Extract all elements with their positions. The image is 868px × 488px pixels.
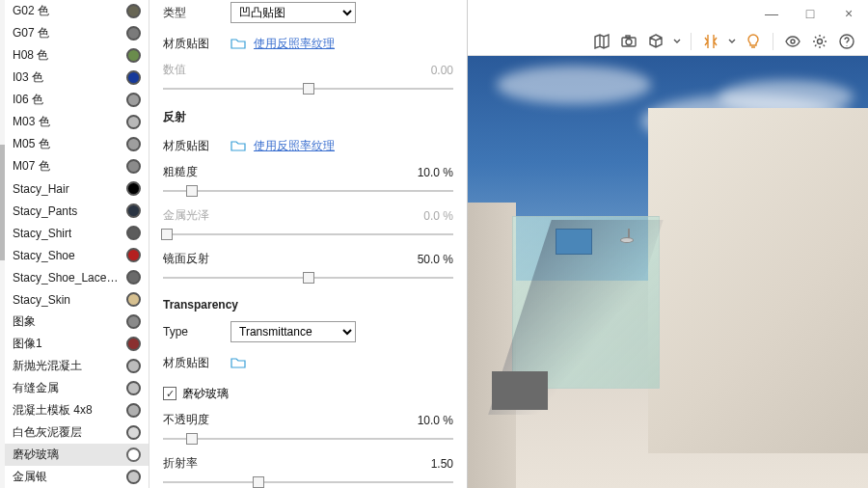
material-row[interactable]: Stacy_Shoe_Laces_S... — [5, 266, 149, 288]
trans-texture-label: 材质贴图 — [163, 355, 231, 371]
material-label: 图像1 — [13, 336, 42, 352]
material-row[interactable]: Stacy_Skin — [5, 288, 149, 311]
frosted-checkbox[interactable] — [163, 387, 176, 400]
slider-thumb[interactable] — [253, 476, 264, 488]
camera-icon[interactable] — [617, 30, 640, 53]
slider-thumb[interactable] — [186, 185, 198, 197]
opacity-slider[interactable]: 不透明度10.0 % — [163, 412, 453, 446]
material-swatch — [126, 93, 141, 107]
material-row[interactable]: 白色灰泥覆层 — [5, 421, 149, 444]
slider-track[interactable] — [163, 184, 453, 198]
help-icon[interactable] — [835, 30, 858, 53]
metallic-slider[interactable]: 金属光泽0.0 % — [163, 207, 453, 241]
slider-track[interactable] — [163, 271, 453, 285]
material-list[interactable]: G02 色G07 色H08 色I03 色I06 色M03 色M05 色M07 色… — [0, 0, 149, 488]
value-slider-value: 0.00 — [431, 64, 453, 77]
slider-thumb[interactable] — [186, 433, 198, 445]
slider-track[interactable] — [163, 82, 453, 95]
texture-row: 材质贴图 使用反照率纹理 — [163, 31, 453, 56]
reflection-texture-link[interactable]: 使用反照率纹理 — [254, 138, 335, 154]
roughness-slider[interactable]: 粗糙度10.0 % — [163, 164, 453, 198]
type-label: 类型 — [163, 5, 231, 21]
slider-thumb[interactable] — [303, 272, 314, 284]
minimize-button[interactable]: — — [752, 0, 791, 27]
chevron-down-icon[interactable] — [726, 30, 738, 53]
map-icon[interactable] — [590, 30, 613, 53]
metallic-value: 0.0 % — [423, 209, 453, 223]
folder-icon[interactable] — [231, 140, 246, 152]
scrollbar-thumb[interactable] — [0, 145, 5, 260]
material-row[interactable]: 新抛光混凝土 — [5, 355, 149, 377]
svg-point-4 — [818, 39, 823, 43]
frosted-checkbox-row[interactable]: 磨砂玻璃 — [163, 381, 453, 406]
material-label: 图象 — [13, 313, 36, 330]
value-slider[interactable]: 数值 0.00 — [163, 62, 453, 95]
maximize-button[interactable]: □ — [791, 0, 829, 27]
ior-slider[interactable]: 折射率1.50 — [163, 455, 453, 488]
slider-track[interactable] — [163, 432, 453, 446]
material-row[interactable]: H08 色 — [5, 44, 149, 67]
texture-link[interactable]: 使用反照率纹理 — [254, 36, 335, 52]
material-label: G07 色 — [13, 25, 49, 41]
material-label: 混凝土模板 4x8 — [13, 402, 93, 419]
material-swatch — [126, 292, 141, 307]
toolbar-separator — [691, 33, 692, 50]
material-row[interactable]: G07 色 — [5, 22, 149, 44]
trans-texture-row: 材质贴图 — [163, 350, 453, 375]
material-swatch — [126, 381, 141, 395]
trans-type-select[interactable]: Transmittance — [231, 321, 356, 342]
metallic-label: 金属光泽 — [163, 207, 231, 224]
material-row[interactable]: I03 色 — [5, 67, 149, 89]
material-swatch — [126, 425, 141, 440]
slider-thumb[interactable] — [161, 229, 173, 240]
material-swatch — [126, 337, 141, 351]
material-swatch — [126, 159, 141, 174]
material-row[interactable]: Stacy_Shirt — [5, 222, 149, 244]
specular-slider[interactable]: 镜面反射50.0 % — [163, 251, 453, 285]
material-label: 有缝金属 — [13, 380, 59, 396]
eye-icon[interactable] — [781, 30, 804, 53]
material-swatch — [126, 115, 141, 129]
chevron-down-icon[interactable] — [671, 30, 683, 53]
reflection-heading: 反射 — [163, 109, 453, 125]
material-row[interactable]: 磨砂玻璃 — [5, 444, 149, 466]
cube-icon[interactable] — [644, 30, 667, 53]
material-row[interactable]: Stacy_Hair — [5, 177, 149, 200]
material-row[interactable]: G02 色 — [5, 0, 149, 22]
texture-label: 材质贴图 — [163, 36, 231, 52]
split-icon[interactable] — [699, 30, 722, 53]
lightbulb-icon[interactable] — [742, 30, 765, 53]
folder-icon[interactable] — [231, 357, 246, 369]
material-swatch — [126, 359, 141, 373]
material-row[interactable]: 混凝土模板 4x8 — [5, 399, 149, 421]
material-row[interactable]: M03 色 — [5, 111, 149, 133]
material-row[interactable]: M05 色 — [5, 133, 149, 155]
material-row[interactable]: Stacy_Pants — [5, 200, 149, 222]
material-row[interactable]: 有缝金属 — [5, 377, 149, 399]
opacity-value: 10.0 % — [418, 414, 453, 427]
type-select[interactable]: 凹凸贴图 — [231, 2, 356, 23]
material-row[interactable]: M07 色 — [5, 155, 149, 177]
close-button[interactable]: × — [829, 0, 868, 27]
folder-icon[interactable] — [231, 38, 246, 50]
scrollbar[interactable] — [0, 0, 5, 488]
material-swatch — [126, 70, 141, 85]
specular-label: 镜面反射 — [163, 251, 231, 267]
reflection-texture-label: 材质贴图 — [163, 138, 231, 154]
slider-track[interactable] — [163, 228, 453, 241]
gear-icon[interactable] — [808, 30, 831, 53]
material-swatch — [126, 270, 141, 285]
material-label: H08 色 — [13, 47, 48, 64]
render-canvas[interactable] — [468, 56, 868, 488]
material-row[interactable]: 金属银 — [5, 466, 149, 488]
toolbar-separator — [773, 33, 773, 50]
material-row[interactable]: 图像1 — [5, 333, 149, 355]
material-label: I03 色 — [13, 69, 43, 86]
material-label: 磨砂玻璃 — [13, 447, 59, 463]
reflection-texture-row: 材质贴图 使用反照率纹理 — [163, 133, 453, 158]
material-row[interactable]: I06 色 — [5, 89, 149, 111]
slider-track[interactable] — [163, 475, 453, 488]
slider-thumb[interactable] — [303, 83, 314, 95]
material-row[interactable]: 图象 — [5, 311, 149, 333]
material-row[interactable]: Stacy_Shoe — [5, 244, 149, 266]
